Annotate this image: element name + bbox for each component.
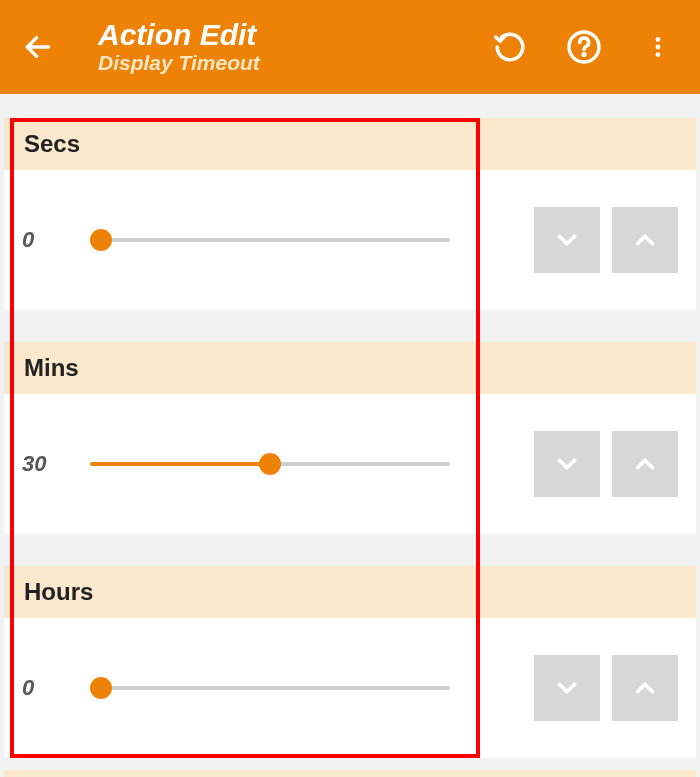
- help-icon: [566, 29, 602, 65]
- overflow-menu-button[interactable]: [626, 15, 690, 79]
- app-bar: Action Edit Display Timeout: [0, 0, 700, 94]
- row-secs: 0: [4, 170, 696, 310]
- chevron-up-icon: [630, 449, 660, 479]
- row-mins: 30: [4, 394, 696, 534]
- appbar-subtitle: Display Timeout: [98, 51, 260, 75]
- row-hours: 0: [4, 618, 696, 758]
- reset-button[interactable]: [478, 15, 542, 79]
- section-label-hours: Hours: [4, 566, 696, 618]
- appbar-title: Action Edit: [98, 19, 260, 51]
- slider-mins-fill: [90, 462, 270, 466]
- chevron-up-icon: [630, 673, 660, 703]
- value-hours: 0: [22, 675, 82, 701]
- value-mins: 30: [22, 451, 82, 477]
- section-label-mins: Mins: [4, 342, 696, 394]
- svg-point-2: [583, 54, 585, 56]
- slider-hours[interactable]: [90, 668, 450, 708]
- chevron-down-icon: [552, 225, 582, 255]
- more-vert-icon: [645, 34, 671, 60]
- content-area: Secs 0 Mins 30: [0, 94, 700, 777]
- chevron-down-icon: [552, 449, 582, 479]
- arrow-left-icon: [22, 31, 54, 63]
- slider-mins[interactable]: [90, 444, 450, 484]
- slider-hours-thumb[interactable]: [90, 677, 112, 699]
- chevron-up-icon: [630, 225, 660, 255]
- value-secs: 0: [22, 227, 82, 253]
- secs-decrement-button[interactable]: [534, 207, 600, 273]
- secs-increment-button[interactable]: [612, 207, 678, 273]
- slider-secs-thumb[interactable]: [90, 229, 112, 251]
- slider-mins-thumb[interactable]: [259, 453, 281, 475]
- undo-icon: [493, 30, 527, 64]
- mins-decrement-button[interactable]: [534, 431, 600, 497]
- help-button[interactable]: [552, 15, 616, 79]
- svg-point-5: [656, 52, 661, 57]
- hours-decrement-button[interactable]: [534, 655, 600, 721]
- svg-point-3: [656, 37, 661, 42]
- back-button[interactable]: [16, 25, 60, 69]
- section-label-secs: Secs: [4, 118, 696, 170]
- next-section-peek: [4, 770, 696, 777]
- hours-increment-button[interactable]: [612, 655, 678, 721]
- svg-point-4: [656, 45, 661, 50]
- slider-secs[interactable]: [90, 220, 450, 260]
- mins-increment-button[interactable]: [612, 431, 678, 497]
- chevron-down-icon: [552, 673, 582, 703]
- appbar-titles: Action Edit Display Timeout: [98, 19, 260, 75]
